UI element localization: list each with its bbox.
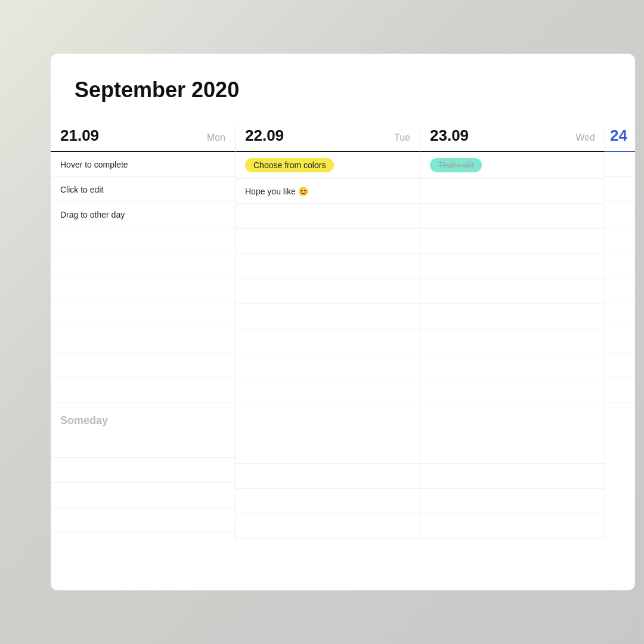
task-row[interactable] — [605, 377, 635, 402]
task-row[interactable]: Choose from colors — [236, 152, 420, 179]
task-highlight-teal: That's all! — [430, 158, 482, 172]
someday-row[interactable] — [51, 433, 235, 458]
task-highlight-yellow: Choose from colors — [245, 158, 334, 172]
task-row[interactable] — [236, 229, 420, 254]
task-row[interactable] — [605, 152, 635, 177]
task-row[interactable] — [605, 227, 635, 252]
day-number-wed: 23.09 — [430, 126, 469, 145]
task-row[interactable]: Hope you like 😊 — [236, 179, 420, 204]
day-name-tue: Tue — [394, 132, 410, 143]
someday-row[interactable] — [420, 514, 605, 539]
task-row[interactable] — [51, 302, 235, 327]
day-name-wed: Wed — [575, 132, 595, 143]
task-text: Hover to complete — [60, 160, 128, 169]
task-row[interactable] — [605, 202, 635, 227]
task-list-partial — [605, 152, 635, 402]
someday-row[interactable] — [236, 464, 420, 489]
someday-row[interactable] — [51, 458, 235, 483]
task-list-wed: That's all! — [420, 152, 605, 404]
task-row[interactable]: Hover to complete — [51, 152, 235, 177]
day-column-tue: 22.09 Tue Choose from colors Hope you li… — [236, 126, 420, 539]
task-text: Click to edit — [60, 185, 103, 194]
task-row[interactable] — [420, 329, 605, 354]
task-row[interactable] — [605, 352, 635, 377]
someday-row[interactable] — [51, 483, 235, 508]
someday-rows-tue — [236, 439, 420, 539]
task-row[interactable] — [420, 179, 605, 204]
task-list-tue: Choose from colors Hope you like 😊 — [236, 152, 420, 404]
someday-row[interactable] — [420, 489, 605, 514]
task-row[interactable] — [51, 227, 235, 252]
task-text: Hope you like 😊 — [245, 187, 308, 196]
task-row[interactable] — [236, 379, 420, 404]
someday-row[interactable] — [236, 514, 420, 539]
month-title: September 2020 — [51, 78, 635, 103]
task-row[interactable] — [420, 354, 605, 379]
task-row[interactable] — [420, 229, 605, 254]
task-row[interactable] — [236, 204, 420, 229]
task-row[interactable] — [236, 329, 420, 354]
task-row[interactable] — [236, 354, 420, 379]
someday-row[interactable] — [420, 439, 605, 464]
day-header-wed: 23.09 Wed — [420, 126, 605, 152]
task-row[interactable] — [236, 304, 420, 329]
someday-label: Someday — [51, 402, 235, 433]
task-row[interactable] — [51, 277, 235, 302]
task-row[interactable]: Click to edit — [51, 177, 235, 202]
day-number-partial: 24 — [610, 126, 627, 145]
task-row[interactable] — [605, 277, 635, 302]
task-row[interactable] — [605, 177, 635, 202]
someday-rows-mon — [51, 433, 235, 533]
day-column-partial: 24 — [605, 126, 635, 539]
task-row[interactable] — [605, 302, 635, 327]
task-row[interactable] — [236, 254, 420, 279]
calendar-card: September 2020 21.09 Mon Hover to comple… — [51, 54, 635, 590]
task-row[interactable]: Drag to other day — [51, 202, 235, 227]
day-number-tue: 22.09 — [245, 126, 284, 145]
someday-row[interactable] — [236, 439, 420, 464]
task-row[interactable] — [236, 279, 420, 304]
someday-label-wed — [420, 404, 605, 439]
task-row[interactable] — [420, 304, 605, 329]
task-row[interactable] — [605, 327, 635, 352]
task-row[interactable] — [51, 252, 235, 277]
day-name-mon: Mon — [207, 132, 225, 143]
day-number-mon: 21.09 — [60, 126, 99, 145]
someday-label-tue — [236, 404, 420, 439]
someday-row[interactable] — [236, 489, 420, 514]
day-header-tue: 22.09 Tue — [236, 126, 420, 152]
day-header-partial: 24 — [605, 126, 635, 152]
task-row[interactable] — [51, 327, 235, 352]
calendar-grid: 21.09 Mon Hover to complete Click to edi… — [51, 126, 635, 539]
task-row[interactable] — [605, 252, 635, 277]
task-row[interactable] — [51, 352, 235, 377]
task-row[interactable]: That's all! — [420, 152, 605, 179]
someday-row[interactable] — [420, 464, 605, 489]
day-column-wed: 23.09 Wed That's all! — [420, 126, 605, 539]
task-list-mon: Hover to complete Click to edit Drag to … — [51, 152, 235, 402]
task-row[interactable] — [420, 254, 605, 279]
task-row[interactable] — [420, 379, 605, 404]
task-row[interactable] — [420, 279, 605, 304]
day-header-mon: 21.09 Mon — [51, 126, 235, 152]
task-row[interactable] — [51, 377, 235, 402]
someday-row[interactable] — [51, 508, 235, 533]
task-text: Drag to other day — [60, 210, 125, 219]
someday-rows-wed — [420, 439, 605, 539]
day-column-mon: 21.09 Mon Hover to complete Click to edi… — [51, 126, 236, 539]
task-row[interactable] — [420, 204, 605, 229]
